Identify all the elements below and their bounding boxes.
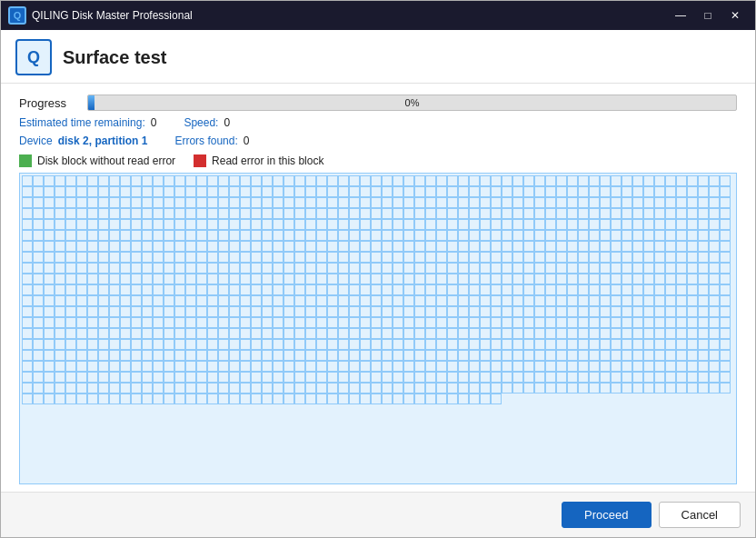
grid-block (622, 383, 632, 394)
grid-block (316, 197, 327, 208)
grid-block (316, 328, 327, 339)
grid-block (360, 383, 371, 394)
grid-block (327, 197, 338, 208)
grid-block (556, 383, 567, 394)
grid-block (22, 230, 33, 241)
grid-block (425, 394, 436, 404)
grid-block (414, 175, 425, 186)
grid-block (120, 197, 131, 208)
grid-block (480, 339, 491, 350)
grid-block (218, 263, 229, 274)
grid-block (284, 394, 294, 404)
grid-block (251, 274, 262, 284)
red-dot-icon (194, 154, 206, 167)
grid-block (687, 317, 698, 328)
grid-block (338, 284, 349, 295)
grid-block (294, 394, 305, 404)
grid-block (698, 306, 709, 317)
grid-block (382, 284, 393, 295)
grid-block (643, 175, 654, 186)
grid-block (338, 339, 349, 350)
grid-block (218, 175, 229, 186)
grid-block (709, 339, 720, 350)
grid-block (469, 383, 480, 394)
grid-block (153, 339, 164, 350)
grid-block (207, 263, 218, 274)
grid-block (393, 175, 403, 186)
grid-block (512, 219, 523, 230)
grid-block (142, 372, 153, 383)
grid-block (251, 328, 262, 339)
grid-block (262, 317, 273, 328)
grid-block (120, 328, 131, 339)
grid-block (382, 317, 393, 328)
grid-block (55, 306, 65, 317)
grid-block (578, 317, 589, 328)
grid-block (403, 383, 414, 394)
grid-block (164, 252, 174, 263)
grid-block (284, 263, 294, 274)
grid-block (33, 230, 44, 241)
grid-block (360, 274, 371, 284)
grid-block (207, 383, 218, 394)
minimize-button[interactable]: — (668, 6, 693, 25)
grid-block (687, 197, 698, 208)
grid-block (491, 230, 502, 241)
grid-block (120, 306, 131, 317)
grid-block (491, 350, 502, 361)
grid-block (76, 394, 87, 404)
grid-block (534, 241, 545, 252)
grid-block (502, 350, 512, 361)
grid-block (382, 306, 393, 317)
grid-block (262, 252, 273, 263)
grid-block (229, 197, 240, 208)
grid-block (512, 328, 523, 339)
grid-block (458, 197, 469, 208)
grid-block (98, 263, 109, 274)
grid-block (120, 186, 131, 197)
grid-block (534, 263, 545, 274)
grid-block (87, 317, 98, 328)
maximize-button[interactable]: □ (695, 6, 721, 25)
grid-block (654, 317, 665, 328)
grid-block (251, 350, 262, 361)
grid-block (55, 241, 65, 252)
grid-block (251, 317, 262, 328)
grid-block (131, 317, 142, 328)
grid-block (709, 230, 720, 241)
device-value: disk 2, partition 1 (58, 134, 148, 147)
grid-block (600, 339, 611, 350)
grid-block (349, 219, 360, 230)
grid-block (687, 175, 698, 186)
grid-block (502, 328, 512, 339)
grid-block (622, 295, 632, 306)
grid-block (55, 208, 65, 219)
device-row: Device disk 2, partition 1 Errors found:… (19, 134, 737, 147)
grid-block (567, 208, 578, 219)
grid-block (305, 274, 316, 284)
grid-block (44, 186, 55, 197)
grid-block (22, 252, 33, 263)
grid-block (76, 295, 87, 306)
grid-block (567, 175, 578, 186)
grid-block (578, 197, 589, 208)
grid-block (22, 383, 33, 394)
grid-block (480, 274, 491, 284)
grid-block (523, 241, 534, 252)
grid-block (33, 219, 44, 230)
grid-block (447, 274, 458, 284)
grid-block (698, 252, 709, 263)
grid-block (142, 383, 153, 394)
grid-block (534, 219, 545, 230)
grid-block (229, 339, 240, 350)
grid-block (491, 274, 502, 284)
grid-block (414, 197, 425, 208)
grid-block (491, 175, 502, 186)
proceed-button[interactable]: Proceed (562, 502, 651, 528)
cancel-button[interactable]: Cancel (659, 502, 741, 528)
speed-label: Speed: (184, 116, 218, 129)
close-button[interactable]: ✕ (722, 6, 748, 25)
grid-block (709, 295, 720, 306)
grid-block (229, 295, 240, 306)
grid-block (153, 197, 164, 208)
